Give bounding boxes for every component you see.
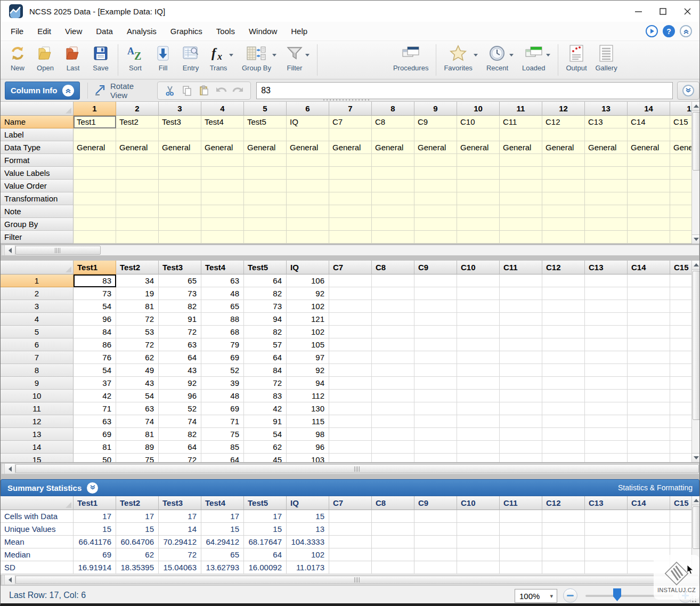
data-cell[interactable] [414, 274, 457, 287]
column-info-cell[interactable] [542, 128, 585, 141]
column-info-cell[interactable] [670, 192, 691, 205]
column-info-cell[interactable] [372, 192, 414, 205]
data-cell[interactable]: 83 [244, 390, 287, 402]
data-cell[interactable]: 81 [116, 428, 159, 441]
expand-formula-icon[interactable] [677, 82, 699, 100]
column-info-cell[interactable] [201, 205, 244, 218]
data-cell[interactable]: 92 [287, 287, 329, 300]
row-header[interactable]: 10 [1, 390, 74, 402]
open-button[interactable]: Open [31, 41, 59, 79]
column-info-cell[interactable] [670, 128, 691, 141]
data-cell[interactable] [670, 364, 691, 377]
data-cell[interactable] [670, 338, 691, 351]
data-cell[interactable] [585, 402, 628, 415]
summary-column-header[interactable]: IQ [287, 496, 329, 510]
data-cell[interactable]: 76 [74, 351, 116, 364]
data-cell[interactable]: 64 [201, 454, 244, 462]
column-info-cell[interactable] [201, 192, 244, 205]
field-row-header[interactable]: Value Labels [1, 167, 74, 180]
column-number-header[interactable]: 13 [585, 102, 628, 116]
column-info-cell[interactable] [74, 154, 116, 167]
column-info-cell[interactable] [628, 231, 670, 244]
column-info-cell[interactable] [329, 192, 372, 205]
data-cell[interactable]: 82 [159, 428, 201, 441]
summary-column-header[interactable]: C11 [500, 496, 542, 510]
summary-hscroll[interactable] [1, 575, 699, 585]
data-grid-vscroll[interactable] [691, 261, 700, 462]
data-cell[interactable]: 98 [287, 428, 329, 441]
gallery-button[interactable]: Gallery [591, 41, 622, 79]
data-cell[interactable] [372, 415, 414, 428]
column-info-cell[interactable] [628, 154, 670, 167]
data-cell[interactable]: 54 [116, 390, 159, 402]
column-info-cell[interactable] [457, 180, 500, 192]
column-info-cell[interactable] [372, 154, 414, 167]
data-cell[interactable]: 42 [74, 390, 116, 402]
help-icon[interactable]: ? [663, 25, 675, 37]
field-row-header[interactable]: Group By [1, 218, 74, 231]
column-info-cell[interactable] [414, 192, 457, 205]
data-cell[interactable] [329, 338, 372, 351]
undo-icon[interactable] [215, 86, 227, 95]
scroll-up-icon[interactable] [692, 261, 700, 270]
column-info-cell[interactable]: Test5 [244, 116, 287, 128]
data-cell[interactable]: 115 [287, 415, 329, 428]
data-cell[interactable] [372, 351, 414, 364]
data-cell[interactable]: 81 [116, 300, 159, 313]
data-cell[interactable] [585, 454, 628, 462]
data-cell[interactable] [542, 313, 585, 326]
column-number-header[interactable]: 9 [414, 102, 457, 116]
column-info-cell[interactable] [628, 128, 670, 141]
data-cell[interactable]: 96 [74, 313, 116, 326]
column-info-cell[interactable] [457, 128, 500, 141]
data-cell[interactable] [329, 415, 372, 428]
column-info-cell[interactable] [372, 218, 414, 231]
column-header[interactable]: C13 [585, 261, 628, 274]
column-info-cell[interactable]: General [74, 141, 116, 154]
data-cell[interactable] [628, 351, 670, 364]
data-cell[interactable]: 53 [116, 326, 159, 338]
column-info-cell[interactable] [414, 180, 457, 192]
data-cell[interactable] [457, 441, 500, 454]
row-header[interactable]: 7 [1, 351, 74, 364]
column-header[interactable]: C10 [457, 261, 500, 274]
summary-column-header[interactable]: C12 [542, 496, 585, 510]
favorites-button[interactable]: Favorites [439, 41, 476, 79]
menu-view[interactable]: View [58, 23, 89, 39]
column-info-cell[interactable]: IQ [287, 116, 329, 128]
data-cell[interactable] [414, 428, 457, 441]
column-info-cell[interactable] [244, 218, 287, 231]
data-cell[interactable] [329, 428, 372, 441]
column-info-cell[interactable] [457, 192, 500, 205]
column-info-cell[interactable] [201, 128, 244, 141]
data-cell[interactable] [542, 454, 585, 462]
data-cell[interactable] [628, 287, 670, 300]
column-info-cell[interactable] [542, 231, 585, 244]
data-cell[interactable]: 82 [244, 287, 287, 300]
column-info-cell[interactable] [116, 128, 159, 141]
data-cell[interactable] [372, 364, 414, 377]
data-cell[interactable]: 89 [116, 441, 159, 454]
data-cell[interactable]: 72 [159, 326, 201, 338]
column-info-cell[interactable] [628, 218, 670, 231]
data-cell[interactable]: 102 [287, 326, 329, 338]
column-info-cell[interactable] [670, 231, 691, 244]
column-info-cell[interactable]: General [329, 141, 372, 154]
data-cell[interactable] [457, 377, 500, 390]
data-cell[interactable]: 63 [201, 274, 244, 287]
data-cell[interactable]: 84 [74, 326, 116, 338]
column-info-cell[interactable] [201, 231, 244, 244]
menu-data[interactable]: Data [89, 23, 120, 39]
rotate-view-button[interactable]: Rotate View [87, 83, 150, 99]
menu-analysis[interactable]: Analysis [120, 23, 164, 39]
column-info-cell[interactable] [670, 180, 691, 192]
column-info-cell[interactable]: Test1 [74, 116, 116, 128]
data-cell[interactable] [585, 364, 628, 377]
zoom-select[interactable]: 100% ▾ [515, 589, 557, 603]
data-cell[interactable] [372, 326, 414, 338]
collapse-ribbon-icon[interactable] [680, 25, 692, 37]
data-cell[interactable] [585, 338, 628, 351]
last-button[interactable]: Last [59, 41, 87, 79]
menu-file[interactable]: File [4, 23, 30, 39]
data-cell[interactable] [585, 287, 628, 300]
